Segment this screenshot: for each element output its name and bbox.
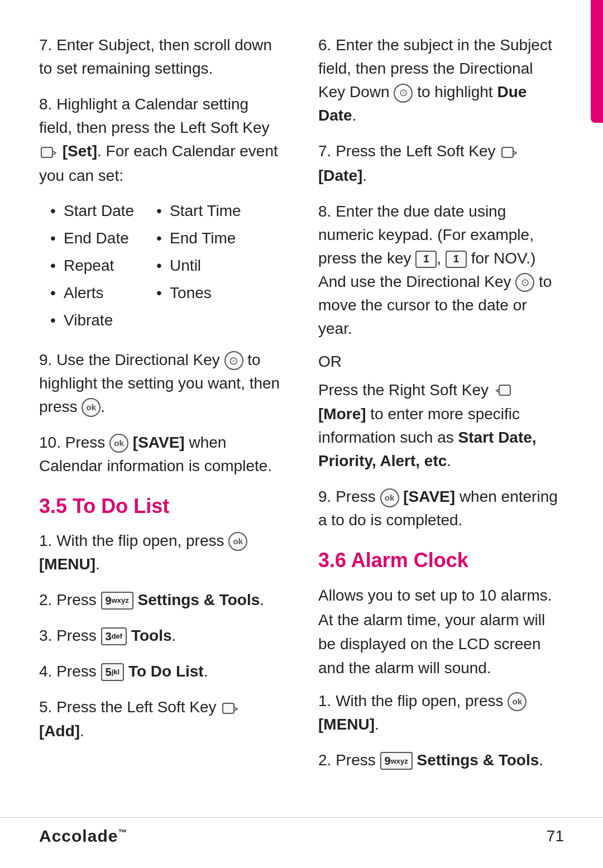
bullet-col-1: Start Date End Date Repeat Alerts Vibrat…	[50, 200, 134, 337]
bullet-col-2: Start Time End Time Until Tones	[156, 200, 241, 337]
item-number: 4.	[39, 663, 52, 680]
or-description: Press the Right Soft Key [More] to enter…	[318, 378, 564, 473]
trademark-symbol: ™	[118, 828, 127, 837]
left-item-10: 10. Press ok [SAVE] when Calendar inform…	[39, 431, 285, 478]
svg-rect-3	[499, 385, 510, 395]
ok-key-icon: ok	[82, 398, 100, 417]
key-9b-icon: 9wxyz	[380, 752, 413, 770]
item-number: 7.	[39, 36, 52, 54]
section-36-description: Allows you to set up to 10 alarms. At th…	[318, 583, 564, 680]
item-number: 2.	[318, 751, 331, 769]
item-number: 3.	[39, 627, 52, 644]
section-36-heading: 3.6 Alarm Clock	[318, 549, 564, 572]
right-item-7: 7. Press the Left Soft Key [Date].	[318, 140, 564, 188]
bullet-item: Repeat	[50, 255, 134, 276]
left-softkey-icon	[41, 141, 56, 164]
section35-item-5: 5. Press the Left Soft Key [Add].	[39, 696, 285, 744]
item-number: 10.	[39, 434, 61, 451]
bullet-item: Alerts	[50, 282, 134, 304]
bullet-item: Start Date	[50, 200, 134, 222]
accent-bar	[591, 0, 603, 123]
right-item-6: 6. Enter the subject in the Subject fiel…	[318, 33, 564, 127]
bullet-item: Vibrate	[50, 309, 134, 331]
right-item-8: 8. Enter the due date using numeric keyp…	[318, 200, 564, 341]
item-number: 9.	[318, 488, 331, 505]
bullet-item: Until	[156, 255, 241, 276]
section36-item-2: 2. Press 9wxyz Settings & Tools.	[318, 749, 564, 772]
key-3-icon: 3def	[101, 627, 127, 645]
brand-name: Accolade™	[39, 827, 127, 846]
bullet-item: Start Time	[156, 200, 241, 222]
section-35-heading: 3.5 To Do List	[39, 495, 285, 518]
item-number: 1.	[39, 532, 52, 549]
directional-key-icon: ⊙	[224, 351, 243, 370]
page-number: 71	[547, 827, 564, 845]
section36-item-1: 1. With the flip open, press ok [MENU].	[318, 689, 564, 736]
left-column: 7. Enter Subject, then scroll down to se…	[39, 33, 285, 835]
key-5-icon: 5jkl	[101, 663, 125, 681]
item-number: 2.	[39, 591, 52, 608]
directional-key-icon-2: ⊙	[515, 273, 534, 292]
right-column: 6. Enter the subject in the Subject fiel…	[318, 33, 564, 835]
bullet-item: Tones	[156, 282, 241, 304]
left-item-7: 7. Enter Subject, then scroll down to se…	[39, 33, 285, 80]
ok-key-icon: ok	[109, 434, 128, 453]
ok-key-icon: ok	[228, 532, 247, 551]
item-number: 9.	[39, 351, 52, 368]
key-9-icon: 9wxyz	[101, 592, 133, 610]
item-number: 5.	[39, 698, 52, 716]
directional-key-down-icon: ⊙	[394, 84, 413, 103]
section35-item-1: 1. With the flip open, press ok [MENU].	[39, 529, 285, 576]
left-softkey-icon	[501, 141, 517, 164]
page: 7. Enter Subject, then scroll down to se…	[0, 0, 603, 868]
item-number: 8.	[318, 203, 331, 220]
section35-item-3: 3. Press 3def Tools.	[39, 624, 285, 648]
key-1a-icon: 1̈	[415, 251, 437, 268]
left-item-9: 9. Use the Directional Key ⊙ to highligh…	[39, 348, 285, 419]
svg-rect-0	[41, 147, 52, 157]
right-softkey-icon	[495, 379, 511, 402]
bullet-list-area: Start Date End Date Repeat Alerts Vibrat…	[50, 200, 285, 337]
item-number: 1.	[318, 692, 331, 709]
section35-item-4: 4. Press 5jkl To Do List.	[39, 660, 285, 683]
ok-key-icon: ok	[380, 488, 399, 507]
bullet-item: End Time	[156, 227, 241, 249]
key-1b-icon: 1̈	[446, 251, 467, 268]
item-number: 6.	[318, 36, 331, 54]
ok-key-icon: ok	[508, 692, 527, 711]
svg-rect-2	[502, 147, 513, 157]
right-item-9: 9. Press ok [SAVE] when entering a to do…	[318, 485, 564, 532]
or-divider: OR	[318, 353, 564, 371]
item-number: 7.	[318, 142, 331, 160]
left-softkey-icon	[222, 696, 238, 720]
footer: Accolade™ 71	[0, 817, 603, 846]
item-number: 8.	[39, 95, 52, 113]
bullet-item: End Date	[50, 227, 134, 249]
svg-rect-1	[223, 703, 234, 713]
section35-item-2: 2. Press 9wxyz Settings & Tools.	[39, 588, 285, 612]
left-item-8: 8. Highlight a Calendar setting field, t…	[39, 93, 285, 188]
